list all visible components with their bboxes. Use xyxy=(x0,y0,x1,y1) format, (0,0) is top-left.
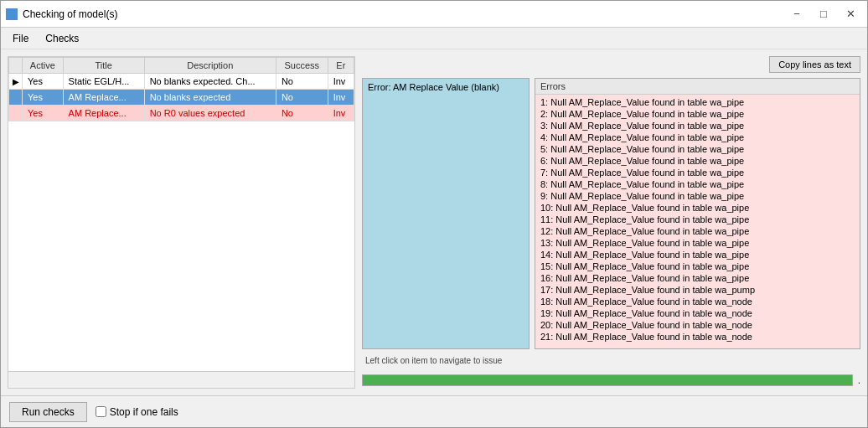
cell-error: Inv xyxy=(328,90,354,106)
cell-active: Yes xyxy=(23,106,64,121)
checks-table: Active Title Description Success Er ▶Yes… xyxy=(8,57,354,121)
list-item[interactable]: 13: Null AM_Replace_Value found in table… xyxy=(540,237,855,249)
app-icon xyxy=(6,8,18,20)
list-item[interactable]: 1: Null AM_Replace_Value found in table … xyxy=(540,96,855,108)
col-description: Description xyxy=(144,58,276,74)
cell-success: No xyxy=(276,74,328,90)
list-item[interactable]: 12: Null AM_Replace_Value found in table… xyxy=(540,225,855,237)
list-item[interactable]: 19: Null AM_Replace_Value found in table… xyxy=(540,307,855,319)
expand-cell: ▶ xyxy=(9,74,23,90)
menu-checks[interactable]: Checks xyxy=(37,31,87,46)
table-body: ▶YesStatic EGL/H...No blanks expected. C… xyxy=(9,74,354,121)
cell-success: No xyxy=(276,106,328,121)
cell-active: Yes xyxy=(23,74,64,90)
error-detail-box: Error: AM Replace Value (blank) xyxy=(362,78,530,349)
list-item[interactable]: 6: Null AM_Replace_Value found in table … xyxy=(540,155,855,167)
left-scrollbar[interactable] xyxy=(8,371,354,388)
title-bar-controls: − □ ✕ xyxy=(785,5,862,23)
title-bar-left: Checking of model(s) xyxy=(6,8,117,20)
cell-error: Inv xyxy=(328,106,354,121)
errors-list-header: Errors xyxy=(535,79,860,95)
col-success: Success xyxy=(276,58,328,74)
error-detail-label: Error: AM Replace Value (blank) xyxy=(368,82,499,92)
bottom-bar: Run checks Stop if one fails xyxy=(1,395,867,427)
table-row[interactable]: YesAM Replace...No blanks expectedNoInv xyxy=(9,90,354,106)
errors-list-box[interactable]: Errors 1: Null AM_Replace_Value found in… xyxy=(535,78,860,349)
copy-btn-row: Copy lines as text xyxy=(362,56,860,73)
left-panel: Active Title Description Success Er ▶Yes… xyxy=(8,56,355,389)
list-item[interactable]: 2: Null AM_Replace_Value found in table … xyxy=(540,108,855,120)
col-expand xyxy=(9,58,23,74)
menu-bar: File Checks xyxy=(1,28,867,49)
cell-title: Static EGL/H... xyxy=(63,74,144,90)
cell-success: No xyxy=(276,90,328,106)
list-item[interactable]: 8: Null AM_Replace_Value found in table … xyxy=(540,178,855,190)
progress-dot: . xyxy=(858,374,860,386)
stop-if-fails-checkbox[interactable] xyxy=(96,406,106,417)
checks-table-container[interactable]: Active Title Description Success Er ▶Yes… xyxy=(8,57,354,371)
list-item[interactable]: 10: Null AM_Replace_Value found in table… xyxy=(540,202,855,214)
menu-file[interactable]: File xyxy=(4,31,37,46)
maximize-button[interactable]: □ xyxy=(812,5,835,23)
progress-row: . xyxy=(362,372,860,389)
list-item[interactable]: 15: Null AM_Replace_Value found in table… xyxy=(540,260,855,272)
cell-title: AM Replace... xyxy=(63,106,144,121)
cell-active: Yes xyxy=(23,90,64,106)
errors-list-content: 1: Null AM_Replace_Value found in table … xyxy=(535,95,860,344)
cell-description: No R0 values expected xyxy=(144,106,276,121)
cell-description: No blanks expected. Ch... xyxy=(144,74,276,90)
expand-cell xyxy=(9,90,23,106)
main-window: Checking of model(s) − □ ✕ File Checks A… xyxy=(0,0,868,428)
table-row[interactable]: YesAM Replace...No R0 values expectedNoI… xyxy=(9,106,354,121)
list-item[interactable]: 4: Null AM_Replace_Value found in table … xyxy=(540,131,855,143)
col-error: Er xyxy=(328,58,354,74)
minimize-button[interactable]: − xyxy=(785,5,809,23)
col-title: Title xyxy=(63,58,144,74)
progress-bar-fill xyxy=(363,375,852,385)
list-item[interactable]: 20: Null AM_Replace_Value found in table… xyxy=(540,319,855,331)
table-row[interactable]: ▶YesStatic EGL/H...No blanks expected. C… xyxy=(9,74,354,90)
list-item[interactable]: 16: Null AM_Replace_Value found in table… xyxy=(540,272,855,284)
expand-cell xyxy=(9,106,23,121)
stop-if-fails-label[interactable]: Stop if one fails xyxy=(96,406,178,418)
stop-if-fails-text: Stop if one fails xyxy=(110,406,178,418)
list-item[interactable]: 18: Null AM_Replace_Value found in table… xyxy=(540,296,855,307)
details-area: Error: AM Replace Value (blank) Errors 1… xyxy=(362,78,860,349)
table-header-row: Active Title Description Success Er xyxy=(9,58,354,74)
run-checks-button[interactable]: Run checks xyxy=(9,402,87,422)
cell-description: No blanks expected xyxy=(144,90,276,106)
content-area: Active Title Description Success Er ▶Yes… xyxy=(1,49,867,395)
title-bar: Checking of model(s) − □ ✕ xyxy=(1,1,867,28)
cell-title: AM Replace... xyxy=(63,90,144,106)
nav-hint: Left click on item to navigate to issue xyxy=(362,354,860,367)
col-active: Active xyxy=(23,58,64,74)
list-item[interactable]: 21: Null AM_Replace_Value found in table… xyxy=(540,331,855,343)
list-item[interactable]: 7: Null AM_Replace_Value found in table … xyxy=(540,167,855,178)
cell-error: Inv xyxy=(328,74,354,90)
copy-lines-button[interactable]: Copy lines as text xyxy=(769,56,860,73)
window-title: Checking of model(s) xyxy=(23,8,117,20)
list-item[interactable]: 3: Null AM_Replace_Value found in table … xyxy=(540,120,855,131)
expand-arrow-icon: ▶ xyxy=(13,77,19,86)
list-item[interactable]: 9: Null AM_Replace_Value found in table … xyxy=(540,190,855,202)
list-item[interactable]: 5: Null AM_Replace_Value found in table … xyxy=(540,143,855,155)
list-item[interactable]: 17: Null AM_Replace_Value found in table… xyxy=(540,284,855,296)
list-item[interactable]: 14: Null AM_Replace_Value found in table… xyxy=(540,249,855,260)
progress-bar xyxy=(362,374,853,386)
right-panel: Copy lines as text Error: AM Replace Val… xyxy=(362,56,860,389)
list-item[interactable]: 11: Null AM_Replace_Value found in table… xyxy=(540,214,855,225)
close-button[interactable]: ✕ xyxy=(839,5,862,23)
